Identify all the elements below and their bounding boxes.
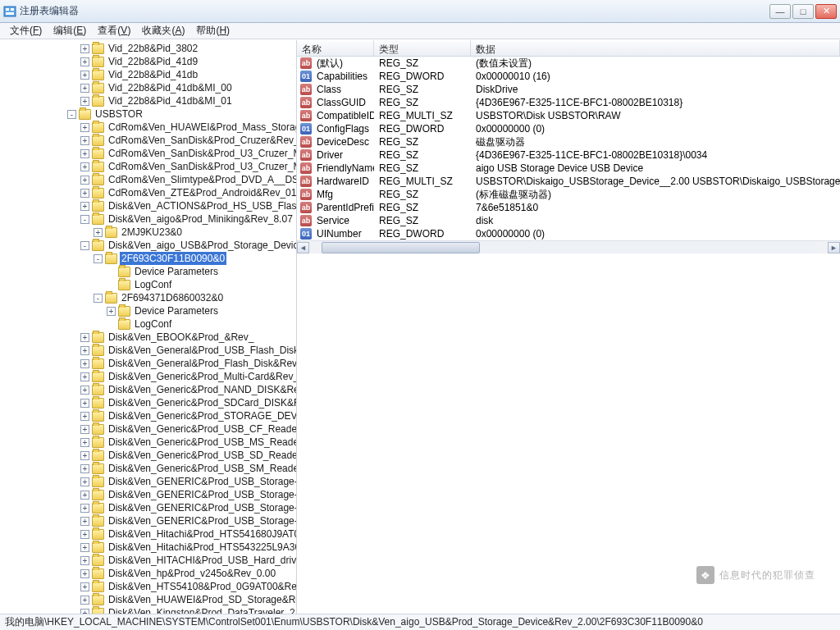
expand-icon[interactable]: + xyxy=(80,582,89,591)
values-hscroll[interactable]: ◄► xyxy=(297,240,840,253)
expand-icon[interactable]: + xyxy=(80,333,89,342)
tree-node[interactable]: +CdRom&Ven_SanDisk&Prod_U3_Cruzer_Micro&… xyxy=(2,147,296,160)
tree-node[interactable]: +Disk&Ven_EBOOK&Prod_&Rev_ xyxy=(2,331,296,344)
expand-icon[interactable]: + xyxy=(80,399,89,408)
tree-node[interactable]: +Vid_22b8&Pid_41d9 xyxy=(2,55,296,68)
menu-a[interactable]: 收藏夹(A) xyxy=(137,23,189,39)
value-row[interactable]: abClassREG_SZDiskDrive xyxy=(297,83,840,96)
tree-node[interactable]: +Vid_22b8&Pid_41db xyxy=(2,68,296,81)
expand-icon[interactable]: + xyxy=(80,189,89,198)
tree-node[interactable]: +Disk&Ven_GENERIC&Prod_USB_Storage-CFC&R… xyxy=(2,475,296,488)
expand-icon[interactable]: + xyxy=(80,517,89,526)
expand-icon[interactable]: + xyxy=(80,123,89,132)
menu-v[interactable]: 查看(V) xyxy=(93,23,135,39)
tree-node[interactable]: +Disk&Ven_Generic&Prod_SDCard_DISK&Rev_ xyxy=(2,396,296,409)
tree-node[interactable]: +Device Parameters xyxy=(2,304,296,317)
tree-node[interactable]: +Disk&Ven_GENERIC&Prod_USB_Storage-MMC&R… xyxy=(2,488,296,501)
tree-node[interactable]: +Disk&Ven_GENERIC&Prod_USB_Storage-SMC&R… xyxy=(2,514,296,527)
tree-node[interactable]: +Disk&Ven_HTS54108&Prod_0G9AT00&Rev_ xyxy=(2,580,296,593)
tree-node[interactable]: +Disk&Ven_Generic&Prod_NAND_DISK&Rev_ xyxy=(2,383,296,396)
expand-icon[interactable]: + xyxy=(80,372,89,381)
value-row[interactable]: abDriverREG_SZ{4D36E967-E325-11CE-BFC1-0… xyxy=(297,148,840,162)
values-pane[interactable]: 名称 类型 数据 ab(默认)REG_SZ(数值未设置)01Capabiliti… xyxy=(297,40,840,614)
tree-pane[interactable]: +Vid_22b8&Pid_3802+Vid_22b8&Pid_41d9+Vid… xyxy=(0,40,297,614)
tree-node[interactable]: +CdRom&Ven_SanDisk&Prod_Cruzer&Rev_8.01 xyxy=(2,134,296,147)
expand-icon[interactable]: + xyxy=(80,346,89,355)
expand-icon[interactable]: + xyxy=(80,202,89,211)
expand-icon[interactable]: + xyxy=(80,162,89,171)
tree-node[interactable]: +Disk&Ven_Hitachi&Prod_HTS541680J9AT00&R… xyxy=(2,527,296,541)
tree-node[interactable]: LogConf xyxy=(2,278,296,291)
expand-icon[interactable]: + xyxy=(80,149,89,158)
value-row[interactable]: 01ConfigFlagsREG_DWORD0x00000000 (0) xyxy=(297,122,840,135)
collapse-icon[interactable]: - xyxy=(67,110,76,119)
value-row[interactable]: abHardwareIDREG_MULTI_SZUSBSTOR\Diskaigo… xyxy=(297,175,840,188)
value-row[interactable]: ab(默认)REG_SZ(数值未设置) xyxy=(297,57,840,70)
tree-node[interactable]: -Disk&Ven_aigo_USB&Prod_Storage_Device&R… xyxy=(2,239,296,252)
tree-node[interactable]: -Disk&Ven_aigo&Prod_Miniking&Rev_8.07 xyxy=(2,212,296,226)
expand-icon[interactable]: + xyxy=(80,530,89,539)
expand-icon[interactable]: + xyxy=(80,386,89,395)
tree-node[interactable]: -USBSTOR xyxy=(2,107,296,121)
expand-icon[interactable]: + xyxy=(80,451,89,460)
collapse-icon[interactable]: - xyxy=(94,254,103,263)
expand-icon[interactable]: + xyxy=(107,307,116,316)
tree-node[interactable]: +CdRom&Ven_HUAWEI&Prod_Mass_Storage&Rev_… xyxy=(2,121,296,134)
tree-node[interactable]: +CdRom&Ven_SanDisk&Prod_U3_Cruzer_Micro&… xyxy=(2,160,296,173)
tree-node[interactable]: +Vid_22b8&Pid_41db&MI_00 xyxy=(2,81,296,94)
tree-node[interactable]: +Disk&Ven_Kingston&Prod_DataTraveler_2.0… xyxy=(2,606,296,614)
expand-icon[interactable]: + xyxy=(80,176,89,185)
tree-node[interactable]: +Disk&Ven_hp&Prod_v245o&Rev_0.00 xyxy=(2,567,296,580)
tree-node[interactable]: +Vid_22b8&Pid_41db&MI_01 xyxy=(2,94,296,107)
maximize-button[interactable]: □ xyxy=(792,4,814,19)
tree-node[interactable]: +Disk&Ven_Generic&Prod_Multi-Card&Rev_1.… xyxy=(2,370,296,383)
value-row[interactable]: abDeviceDescREG_SZ磁盘驱动器 xyxy=(297,135,840,148)
expand-icon[interactable]: + xyxy=(80,477,89,486)
col-data[interactable]: 数据 xyxy=(471,40,840,56)
expand-icon[interactable]: + xyxy=(80,71,89,80)
value-row[interactable]: 01CapabilitiesREG_DWORD0x00000010 (16) xyxy=(297,70,840,83)
tree-node[interactable]: +Vid_22b8&Pid_3802 xyxy=(2,42,296,55)
tree-node[interactable]: +Disk&Ven_Hitachi&Prod_HTS543225L9A300&R… xyxy=(2,541,296,554)
value-row[interactable]: abServiceREG_SZdisk xyxy=(297,214,840,227)
minimize-button[interactable]: — xyxy=(769,4,791,19)
expand-icon[interactable]: + xyxy=(80,44,89,53)
tree-node[interactable]: +CdRom&Ven_Slimtype&Prod_DVD_A__DS8A3S&R… xyxy=(2,173,296,186)
tree-node[interactable]: +2MJ9KU23&0 xyxy=(2,226,296,239)
expand-icon[interactable]: + xyxy=(80,609,89,614)
expand-icon[interactable]: + xyxy=(80,569,89,578)
expand-icon[interactable]: + xyxy=(94,228,103,237)
expand-icon[interactable]: + xyxy=(80,359,89,368)
collapse-icon[interactable]: - xyxy=(80,215,89,224)
expand-icon[interactable]: + xyxy=(80,543,89,552)
expand-icon[interactable]: + xyxy=(80,504,89,513)
menu-h[interactable]: 帮助(H) xyxy=(191,23,235,39)
tree-node[interactable]: +Disk&Ven_Generic&Prod_USB_SD_Reader&Rev… xyxy=(2,449,296,462)
expand-icon[interactable]: + xyxy=(80,84,89,93)
expand-icon[interactable]: + xyxy=(80,136,89,145)
tree-node[interactable]: +Disk&Ven_Generic&Prod_USB_SM_Reader&Rev… xyxy=(2,462,296,475)
expand-icon[interactable]: + xyxy=(80,464,89,473)
expand-icon[interactable]: + xyxy=(80,412,89,421)
tree-node[interactable]: +Disk&Ven_HUAWEI&Prod_SD_Storage&Rev_2.3… xyxy=(2,593,296,606)
expand-icon[interactable]: + xyxy=(80,556,89,565)
col-type[interactable]: 类型 xyxy=(374,40,471,56)
tree-node[interactable]: -2F694371D6860032&0 xyxy=(2,291,296,304)
tree-node[interactable]: +Disk&Ven_General&Prod_Flash_Disk&Rev_8.… xyxy=(2,357,296,370)
tree-node[interactable]: +Disk&Ven_HITACHI&Prod_USB_Hard_drive&Re… xyxy=(2,554,296,567)
tree-node[interactable]: -2F693C30F11B0090&0 xyxy=(2,252,296,265)
expand-icon[interactable]: + xyxy=(80,438,89,447)
value-row[interactable]: abClassGUIDREG_SZ{4D36E967-E325-11CE-BFC… xyxy=(297,96,840,109)
col-name[interactable]: 名称 xyxy=(297,40,374,56)
value-row[interactable]: abCompatibleIDsREG_MULTI_SZUSBSTOR\Disk … xyxy=(297,109,840,122)
tree-node[interactable]: +Disk&Ven_Generic&Prod_STORAGE_DEVICE&Re… xyxy=(2,409,296,422)
close-button[interactable]: ✕ xyxy=(815,4,837,19)
tree-node[interactable]: +Disk&Ven_Generic&Prod_USB_CF_Reader&Rev… xyxy=(2,422,296,436)
tree-node[interactable]: +Disk&Ven_Generic&Prod_USB_MS_Reader&Rev… xyxy=(2,436,296,449)
tree-node[interactable]: +Disk&Ven_ACTIONS&Prod_HS_USB_FlashDisk&… xyxy=(2,199,296,212)
expand-icon[interactable]: + xyxy=(80,491,89,500)
value-row[interactable]: abFriendlyNameREG_SZaigo USB Storage Dev… xyxy=(297,162,840,175)
menu-e[interactable]: 编辑(E) xyxy=(48,23,91,39)
expand-icon[interactable]: + xyxy=(80,97,89,106)
expand-icon[interactable]: + xyxy=(80,596,89,605)
